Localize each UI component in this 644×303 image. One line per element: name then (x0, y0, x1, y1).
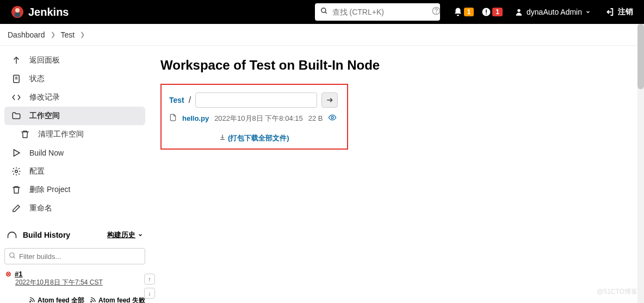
file-icon (169, 114, 177, 123)
sidebar-item-status[interactable]: 状态 (4, 70, 145, 88)
download-all: (打包下载全部文件) (169, 133, 339, 143)
file-name-link[interactable]: hello.py (182, 114, 209, 122)
sidebar-item-changes[interactable]: 修改记录 (4, 88, 145, 107)
atom-feed-all[interactable]: Atom feed 全部 (29, 296, 84, 303)
sidebar-item-configure[interactable]: 配置 (4, 162, 145, 181)
edit-icon (11, 203, 22, 213)
chevron-right-icon: ❯ (80, 31, 85, 38)
svg-rect-9 (486, 14, 487, 15)
download-all-link[interactable]: (打包下载全部文件) (228, 134, 289, 142)
workspace-panel: Test / hello.py 2022年10月8日 下午8:04:15 22 … (160, 84, 348, 150)
svg-rect-8 (486, 10, 487, 13)
svg-point-25 (331, 116, 333, 119)
sidebar-item-label: 修改记录 (29, 92, 60, 102)
play-icon (11, 148, 22, 158)
build-history-header: Build History 构建历史 (4, 223, 145, 246)
watermark: @51CTO博客 (597, 287, 637, 296)
sidebar: 返回面板 状态 修改记录 工作空间 清理工作空间 Build Now (0, 46, 150, 303)
path-separator: / (189, 95, 191, 105)
build-id[interactable]: #1 (15, 270, 22, 278)
logout-label: 注销 (618, 7, 633, 17)
sidebar-item-delete[interactable]: 删除 Project (4, 181, 145, 199)
sidebar-item-label: 重命名 (29, 203, 52, 213)
sidebar-item-build-now[interactable]: Build Now (4, 144, 145, 162)
rss-icon (90, 296, 96, 303)
build-entry[interactable]: ⊗ #1 2022年10月8日 下午7:54 CST (4, 269, 145, 288)
breadcrumb: Dashboard ❯ Test ❯ (0, 24, 644, 46)
svg-point-22 (30, 301, 31, 302)
trend-icon (7, 228, 17, 242)
view-icon[interactable] (328, 113, 337, 123)
sidebar-item-workspace[interactable]: 工作空间 (4, 107, 145, 125)
page-title: Workspace of Test on Built-In Node (160, 58, 633, 73)
svg-point-10 (517, 9, 520, 12)
trash-icon (11, 185, 22, 195)
arrow-right-icon (326, 96, 333, 104)
user-name: dynaAuto Admin (527, 8, 582, 16)
logo-text: Jenkins (28, 6, 69, 18)
help-icon[interactable] (432, 7, 441, 17)
sidebar-item-back[interactable]: 返回面板 (4, 51, 145, 70)
build-time[interactable]: 2022年10月8日 下午7:54 CST (5, 278, 145, 287)
build-filter (4, 248, 145, 264)
main-content: Workspace of Test on Built-In Node Test … (150, 46, 644, 303)
bell-badge: 1 (464, 8, 474, 16)
svg-point-17 (15, 170, 18, 173)
filter-input[interactable] (4, 248, 145, 264)
search-icon (9, 252, 16, 262)
jenkins-logo-icon (11, 5, 24, 18)
file-row: hello.py 2022年10月8日 下午8:04:15 22 B (169, 113, 339, 123)
breadcrumb-item[interactable]: Dashboard (8, 30, 45, 39)
build-history-link[interactable]: 构建历史 (107, 230, 143, 240)
sidebar-item-wipe-workspace[interactable]: 清理工作空间 (4, 125, 145, 144)
go-button[interactable] (321, 92, 338, 108)
file-size: 22 B (308, 114, 323, 122)
user-icon (515, 8, 523, 16)
sidebar-item-label: 工作空间 (29, 111, 60, 121)
sidebar-item-label: Build Now (29, 149, 64, 157)
sidebar-item-label: 返回面板 (29, 55, 60, 65)
svg-point-3 (321, 8, 325, 13)
download-icon (219, 134, 226, 142)
search-box[interactable] (315, 3, 440, 21)
user-menu[interactable]: dynaAuto Admin (515, 8, 591, 16)
scrollbar-thumb[interactable] (637, 24, 644, 89)
status-icon (11, 74, 22, 84)
folder-icon (11, 111, 22, 121)
top-header: Jenkins 1 1 dynaAuto Admin (0, 0, 644, 24)
workspace-path-input[interactable] (195, 92, 317, 108)
sidebar-item-label: 清理工作空间 (38, 129, 84, 139)
svg-point-23 (91, 301, 92, 302)
atom-feed-fail[interactable]: Atom feed 失败 (90, 296, 145, 303)
warn-badge: 1 (492, 8, 503, 16)
sidebar-item-label: 删除 Project (29, 185, 70, 195)
sidebar-item-label: 配置 (29, 166, 45, 176)
workspace-path-row: Test / (169, 92, 339, 108)
code-icon (11, 92, 22, 102)
svg-rect-2 (15, 13, 20, 17)
rss-icon (29, 296, 35, 303)
build-history-title: Build History (23, 231, 102, 239)
logo[interactable]: Jenkins (11, 5, 69, 18)
chevron-right-icon: ❯ (51, 31, 55, 38)
svg-marker-16 (14, 150, 20, 156)
sidebar-item-rename[interactable]: 重命名 (4, 199, 145, 218)
warning-button[interactable]: 1 (481, 7, 503, 17)
svg-point-20 (10, 253, 14, 257)
breadcrumb-item[interactable]: Test (61, 30, 75, 39)
logout-icon (605, 7, 615, 17)
svg-line-21 (14, 257, 15, 258)
search-input[interactable] (332, 8, 428, 16)
notifications-button[interactable]: 1 (453, 7, 474, 17)
header-actions: 1 1 dynaAuto Admin 注销 (453, 7, 633, 17)
svg-point-6 (436, 13, 436, 14)
trash-icon (20, 129, 30, 139)
logout-button[interactable]: 注销 (605, 7, 633, 17)
workspace-root-link[interactable]: Test (169, 96, 184, 104)
failure-icon: ⊗ (5, 270, 11, 278)
gear-icon (11, 166, 22, 176)
svg-line-4 (325, 12, 326, 14)
chevron-down-icon (585, 9, 591, 15)
vertical-scrollbar[interactable] (637, 24, 644, 303)
sidebar-footer: Atom feed 全部 Atom feed 失败 (4, 288, 145, 303)
